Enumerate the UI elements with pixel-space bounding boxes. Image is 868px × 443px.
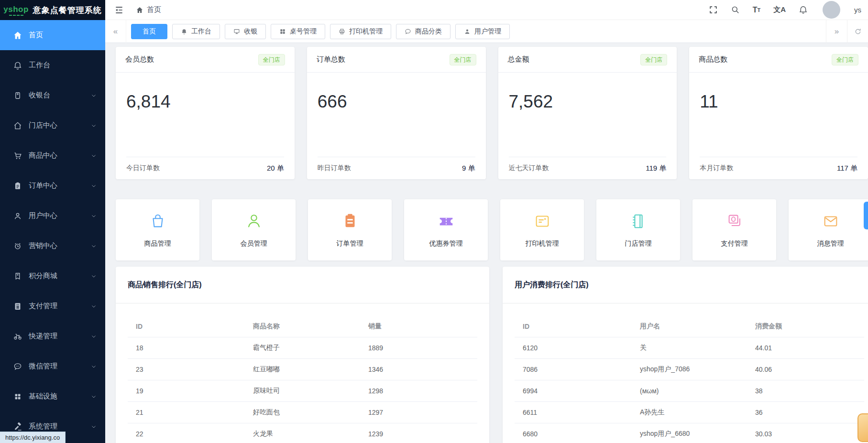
sidebar-item-cashier[interactable]: 收银台 <box>0 80 105 110</box>
grid-icon <box>279 28 286 35</box>
quick-actions-row: 商品管理 会员管理 订单管理 优惠券管理 打印机管理 <box>116 199 868 260</box>
logo-text: yshop <box>3 5 29 14</box>
store-scope-badge: 全门店 <box>832 54 858 65</box>
stat-card-goods: 商品总数 全门店 11 本月订单数 117 单 <box>689 47 868 179</box>
coupon-icon <box>437 212 455 231</box>
sidebar-fold-icon[interactable] <box>113 4 125 16</box>
table-row: 6611 A孙先生 36 <box>515 402 864 423</box>
main-content: 会员总数 全门店 6,814 今日订单数 20 单 订单总数 全门店 666 昨… <box>105 43 868 443</box>
table-row: 21 好吃面包 1297 <box>128 402 477 423</box>
quick-goods-management[interactable]: 商品管理 <box>116 199 199 260</box>
chevron-down-icon <box>91 273 97 279</box>
tab-bar: « 首页 工作台 收银 桌号管理 打印机管理 商品分类 用户管理 » <box>105 20 868 43</box>
sidebar-item-home[interactable]: 首页 <box>0 20 105 50</box>
table-header-row: ID 用户名 消费金额 <box>515 316 864 337</box>
chevron-down-icon <box>91 364 97 369</box>
docked-widget-handle[interactable] <box>864 202 868 229</box>
store-scope-badge: 全门店 <box>640 54 667 65</box>
font-size-icon[interactable]: TT <box>753 6 761 14</box>
mail-icon <box>822 212 840 231</box>
app-logo: yshop 意象点餐管理系统 <box>0 0 105 20</box>
quick-coupon-management[interactable]: 优惠券管理 <box>404 199 488 260</box>
quick-label: 订单管理 <box>337 239 363 248</box>
cart-icon <box>13 151 22 161</box>
clipboard-icon <box>13 181 22 191</box>
tab-printers[interactable]: 打印机管理 <box>330 24 391 39</box>
translate-icon[interactable]: 文A <box>773 5 786 14</box>
table-row: 6994 (мωм) 38 <box>515 380 864 402</box>
bell-icon <box>181 28 187 35</box>
notification-bell-icon[interactable] <box>799 5 808 14</box>
app-title: 意象点餐管理系统 <box>33 5 102 16</box>
table-row: 18 霸气橙子 1889 <box>128 337 477 359</box>
quick-printer-management[interactable]: 打印机管理 <box>500 199 584 260</box>
stat-footer-label: 近七天订单数 <box>509 164 549 173</box>
fullscreen-icon[interactable] <box>709 5 718 14</box>
tabbar-tools: » <box>826 20 868 43</box>
quick-label: 优惠券管理 <box>429 239 463 248</box>
table-title: 商品销售排行(全门店) <box>116 267 489 303</box>
table-row: 22 火龙果 1239 <box>128 423 477 443</box>
tab-categories[interactable]: 商品分类 <box>396 24 450 39</box>
sidebar-item-infrastructure[interactable]: 基础设施 <box>0 381 105 411</box>
stat-cards-row: 会员总数 全门店 6,814 今日订单数 20 单 订单总数 全门店 666 昨… <box>116 47 868 179</box>
sidebar-item-express[interactable]: 快递管理 <box>0 321 105 351</box>
quick-message-management[interactable]: 消息管理 <box>789 199 868 260</box>
gavel-icon <box>13 422 22 432</box>
chevron-down-icon <box>91 243 97 249</box>
search-icon[interactable] <box>731 5 740 14</box>
table-title: 用户消费排行(全门店) <box>503 267 868 303</box>
member-icon <box>245 212 263 231</box>
sidebar-item-workbench[interactable]: 工作台 <box>0 50 105 80</box>
quick-payment-management[interactable]: 支付管理 <box>692 199 776 260</box>
bell-icon <box>13 61 22 70</box>
blocks-icon <box>13 392 22 401</box>
tab-home[interactable]: 首页 <box>131 24 167 39</box>
header-actions: TT 文A ys <box>709 1 861 19</box>
chevron-down-icon <box>91 93 97 98</box>
username[interactable]: ys <box>854 6 861 14</box>
quick-label: 门店管理 <box>625 239 652 248</box>
user-avatar[interactable] <box>823 1 840 19</box>
tab-users[interactable]: 用户管理 <box>455 24 510 39</box>
tab-cashier[interactable]: 收银 <box>225 24 266 39</box>
logo-dashes <box>9 15 23 16</box>
floating-box-widget[interactable] <box>857 413 868 442</box>
printer-icon <box>339 28 345 35</box>
tag-icon <box>13 91 22 100</box>
sidebar-item-store-center[interactable]: 门店中心 <box>0 110 105 140</box>
breadcrumb-home[interactable]: 首页 <box>147 5 161 14</box>
sidebar-item-goods-center[interactable]: 商品中心 <box>0 140 105 171</box>
stat-footer-value: 20 单 <box>267 164 284 173</box>
quick-label: 支付管理 <box>721 239 748 248</box>
order-icon <box>341 212 359 231</box>
tabs-scroll-right-icon[interactable]: » <box>826 20 847 43</box>
table-row: 19 原味吐司 1298 <box>128 380 477 402</box>
stat-card-orders: 订单总数 全门店 666 昨日订单数 9 单 <box>307 47 486 179</box>
quick-label: 打印机管理 <box>526 239 559 248</box>
quick-member-management[interactable]: 会员管理 <box>212 199 296 260</box>
quick-store-management[interactable]: 门店管理 <box>596 199 680 260</box>
sidebar-item-payment[interactable]: 支付管理 <box>0 291 105 321</box>
sidebar-item-order-center[interactable]: 订单中心 <box>0 171 105 201</box>
stat-card-members: 会员总数 全门店 6,814 今日订单数 20 单 <box>116 47 295 179</box>
tabs-scroll-left-icon[interactable]: « <box>105 20 126 43</box>
breadcrumb: 首页 <box>136 5 161 14</box>
app-header: yshop 意象点餐管理系统 首页 TT 文A <box>0 0 868 20</box>
chevron-down-icon <box>91 303 97 309</box>
stat-footer-value: 119 单 <box>646 164 666 173</box>
stat-footer-label: 本月订单数 <box>700 164 733 173</box>
sidebar-item-user-center[interactable]: 用户中心 <box>0 201 105 231</box>
sidebar-item-points-mall[interactable]: 积分商城 <box>0 261 105 291</box>
tab-tables[interactable]: 桌号管理 <box>271 24 325 39</box>
refresh-icon[interactable] <box>847 20 868 43</box>
sidebar-item-wechat[interactable]: 微信管理 <box>0 351 105 381</box>
tab-workbench[interactable]: 工作台 <box>172 24 220 39</box>
chevron-down-icon <box>91 153 97 159</box>
sidebar-item-marketing-center[interactable]: 营销中心 <box>0 231 105 261</box>
bike-icon <box>13 332 22 341</box>
ranking-tables-row: 商品销售排行(全门店) ID 商品名称 销量 18 霸气橙子 1889 23 红… <box>116 267 868 443</box>
chevron-down-icon <box>91 424 97 430</box>
quick-order-management[interactable]: 订单管理 <box>308 199 392 260</box>
stat-value: 7,562 <box>509 92 667 112</box>
